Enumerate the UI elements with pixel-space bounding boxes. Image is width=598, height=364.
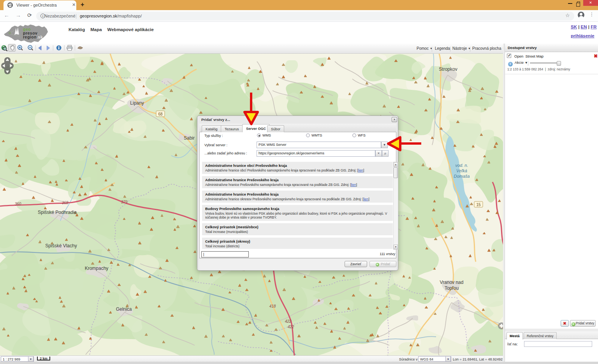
svg-text:Domaša: Domaša <box>454 174 470 178</box>
svg-text:Spišské Podhradie: Spišské Podhradie <box>38 210 77 215</box>
svg-text:Spišské Vlachy: Spišské Vlachy <box>45 243 77 248</box>
svg-text:379: 379 <box>121 200 128 204</box>
svg-text:Krompachy: Krompachy <box>85 266 109 271</box>
svg-text:422: 422 <box>285 319 292 324</box>
svg-text:68: 68 <box>158 112 163 116</box>
svg-text:Topľou: Topľou <box>445 285 459 291</box>
svg-text:Gelnica: Gelnica <box>116 306 132 312</box>
svg-text:422: 422 <box>288 325 294 329</box>
svg-text:Stropkov: Stropkov <box>439 66 457 72</box>
svg-text:360: 360 <box>15 202 21 206</box>
svg-text:15: 15 <box>476 203 481 207</box>
svg-text:Lipany: Lipany <box>130 100 144 106</box>
svg-text:418: 418 <box>269 304 276 308</box>
svg-text:Veľká: Veľká <box>456 168 467 173</box>
svg-text:Vranov nad: Vranov nad <box>440 280 464 285</box>
svg-text:368: 368 <box>62 201 69 205</box>
svg-text:Sabir: Sabir <box>184 135 195 141</box>
svg-text:vod. n.: vod. n. <box>455 163 468 168</box>
svg-text:region.sk: region.sk <box>23 35 43 39</box>
